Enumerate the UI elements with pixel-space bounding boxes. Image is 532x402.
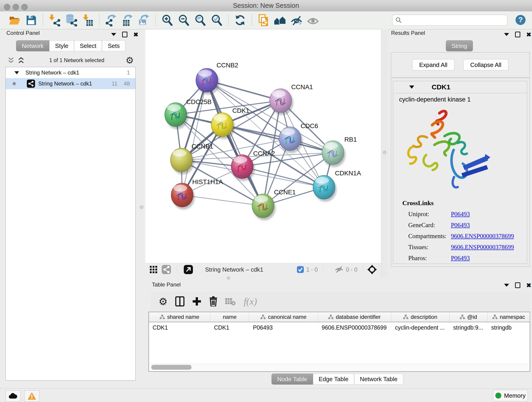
network-node[interactable]: CDC25B <box>165 98 211 127</box>
tab-select[interactable]: Select <box>74 40 102 51</box>
right-splitter-handle[interactable] <box>383 151 386 154</box>
export-table-icon[interactable] <box>119 13 136 27</box>
horizontal-scrollbar[interactable] <box>149 364 529 371</box>
scrollbar-thumb[interactable] <box>151 365 191 370</box>
new-column-icon[interactable] <box>192 297 201 306</box>
zoom-in-icon[interactable] <box>159 13 176 27</box>
close-panel-icon[interactable]: ✖ <box>526 32 531 37</box>
maximize-panel-icon[interactable] <box>515 282 520 288</box>
network-canvas[interactable]: CCNB2CCNA1CDC25BCDK1CDC6RB1CCNB1CCNA2CDK… <box>145 29 381 263</box>
grid-view-icon[interactable] <box>149 265 158 274</box>
expand-all-button[interactable]: Expand All <box>412 59 455 70</box>
duplicate-network-icon[interactable] <box>255 13 272 27</box>
maximize-panel-icon[interactable] <box>515 32 520 37</box>
crosslink-link[interactable]: P06493 <box>451 211 470 218</box>
network-options-gear-icon[interactable]: ⚙ <box>126 55 134 65</box>
column-header-database-identifier[interactable]: database identifier <box>318 312 391 322</box>
fit-selected-icon[interactable] <box>367 264 377 275</box>
export-network-icon[interactable] <box>103 13 119 27</box>
tab-network-table[interactable]: Network Table <box>354 374 403 385</box>
table-mode-gear-icon[interactable]: ⚙ <box>158 296 167 307</box>
tab-style[interactable]: Style <box>49 40 74 51</box>
network-node[interactable]: CDKN1A <box>313 170 361 199</box>
import-table-icon[interactable] <box>79 13 96 27</box>
network-edge[interactable] <box>207 80 263 206</box>
delete-table-icon <box>225 297 236 306</box>
collapse-all-networks-icon[interactable] <box>18 57 24 64</box>
share-network-icon[interactable] <box>162 265 171 274</box>
left-splitter-handle[interactable] <box>140 205 143 209</box>
search-box[interactable] <box>392 15 507 26</box>
cell-description[interactable]: cyclin-dependent ... <box>391 324 450 331</box>
zoom-fit-icon[interactable] <box>192 13 209 27</box>
maximize-panel-icon[interactable] <box>122 32 127 37</box>
table-row[interactable]: CDK1CDK1P064939606.ENSP00000378699cyclin… <box>149 322 530 333</box>
hide-selected-icon[interactable] <box>288 13 305 27</box>
cell-shared-name[interactable]: CDK1 <box>149 324 210 331</box>
cell--id[interactable]: stringdb:9... <box>450 324 488 331</box>
toolbar-separator <box>155 14 156 26</box>
crosslink-link[interactable]: P06493 <box>451 222 470 229</box>
network-edge[interactable] <box>182 80 207 195</box>
import-database-icon[interactable] <box>63 13 79 27</box>
column-header-name[interactable]: name <box>210 312 249 322</box>
node-label: CCNA1 <box>291 83 313 90</box>
hidden-counts: 0 - 0 <box>346 266 357 273</box>
cell-namespac[interactable]: stringdb <box>488 324 530 331</box>
memory-button[interactable]: Memory <box>493 390 528 401</box>
refresh-view-icon[interactable] <box>232 13 248 27</box>
zoom-out-icon[interactable] <box>176 13 192 27</box>
cell-canonical-name[interactable]: P06493 <box>249 324 318 331</box>
column-header-description[interactable]: description <box>391 312 450 322</box>
gene-description: cyclin-dependent kinase 1 <box>399 96 527 103</box>
close-panel-icon[interactable]: ✖ <box>133 32 138 37</box>
import-network-icon[interactable] <box>46 13 63 27</box>
network-node[interactable]: HIST1H1A <box>171 178 223 207</box>
zoom-selected-icon[interactable] <box>209 13 225 27</box>
crosslink-link[interactable]: 9606.ENSP00000378699 <box>451 244 514 251</box>
warnings-button[interactable] <box>24 390 39 402</box>
expand-all-networks-icon[interactable] <box>8 57 14 64</box>
tab-sets[interactable]: Sets <box>102 40 125 51</box>
tab-node-table[interactable]: Node Table <box>272 374 313 385</box>
tab-string[interactable]: String <box>446 40 473 51</box>
network-collection-row[interactable]: String Network – cdk1 1 <box>6 67 135 78</box>
crosslink-link[interactable]: P06493 <box>451 255 470 262</box>
float-panel-icon[interactable] <box>504 33 509 36</box>
open-in-window-icon[interactable] <box>184 265 193 274</box>
birdseye-view-icon[interactable] <box>272 13 288 27</box>
search-input[interactable] <box>404 15 507 25</box>
collapse-all-button[interactable]: Collapse All <box>463 59 509 70</box>
show-columns-icon[interactable] <box>175 296 184 306</box>
float-panel-icon[interactable] <box>504 284 509 287</box>
save-session-icon[interactable] <box>23 13 39 27</box>
right-splitter[interactable] <box>381 29 388 279</box>
float-panel-icon[interactable] <box>111 33 116 36</box>
delete-column-icon[interactable] <box>209 296 217 306</box>
cloud-button[interactable] <box>6 390 21 402</box>
node-table[interactable]: shared namenamecanonical namedatabase id… <box>148 312 530 372</box>
cell-database-identifier[interactable]: 9606.ENSP00000378699 <box>318 324 391 331</box>
column-header-namespac[interactable]: namespac <box>488 312 530 322</box>
collapse-arrow-icon[interactable] <box>409 85 414 89</box>
tab-edge-table[interactable]: Edge Table <box>313 374 354 385</box>
open-file-icon[interactable] <box>6 13 23 27</box>
export-image-icon[interactable] <box>136 13 152 27</box>
crosslink-row: GeneCard:P06493 <box>402 222 514 229</box>
node-label: CCNB2 <box>216 62 238 69</box>
cell-name[interactable]: CDK1 <box>210 324 249 331</box>
gene-entry-header[interactable]: CDK1 <box>393 81 527 93</box>
network-node[interactable]: RB1 <box>322 136 357 165</box>
tab-network[interactable]: Network <box>16 40 49 51</box>
column-header--id[interactable]: @id <box>450 312 488 322</box>
crosslink-link[interactable]: 9606.ENSP00000378699 <box>451 233 514 240</box>
close-panel-icon[interactable]: ✖ <box>526 283 531 288</box>
help-icon[interactable]: ? <box>515 14 526 26</box>
column-header-shared-name[interactable]: shared name <box>149 312 210 322</box>
selected-checkbox-icon[interactable] <box>297 266 304 273</box>
network-row[interactable]: String Network – cdk1 11 48 <box>6 78 135 89</box>
column-header-canonical-name[interactable]: canonical name <box>249 312 318 322</box>
table-panel-controls: ✖ <box>504 282 531 288</box>
collapse-arrow-icon[interactable] <box>14 71 19 74</box>
bottom-splitter-handle[interactable] <box>227 276 230 280</box>
